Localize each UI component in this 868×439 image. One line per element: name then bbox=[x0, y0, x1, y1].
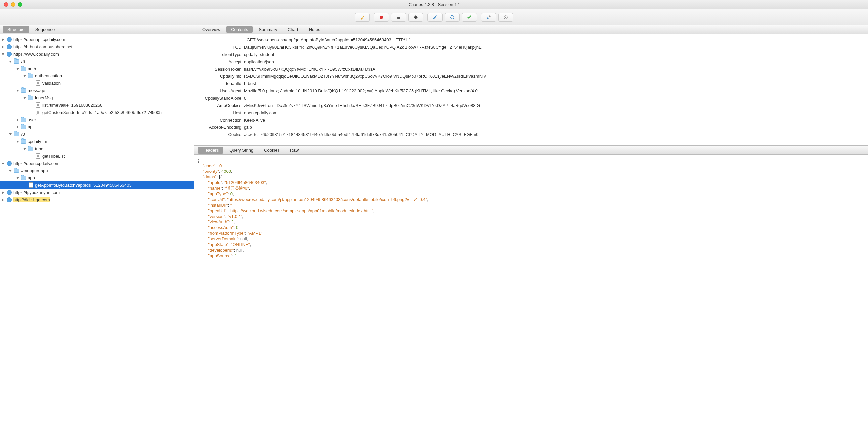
globe-icon bbox=[6, 44, 12, 50]
svg-marker-4 bbox=[414, 15, 418, 19]
folder-icon bbox=[21, 138, 27, 144]
header-row: clientTypecpdaily_student bbox=[198, 51, 864, 58]
left-tab-bar: Structure Sequence bbox=[0, 25, 193, 34]
subtab-headers[interactable]: Headers bbox=[198, 147, 223, 154]
subtab-cookies[interactable]: Cookies bbox=[259, 147, 284, 154]
chevron-down-icon bbox=[23, 74, 27, 78]
header-key: SessionToken bbox=[198, 65, 244, 73]
edit-button[interactable] bbox=[427, 13, 443, 22]
tree-folder[interactable]: tribe bbox=[0, 145, 193, 152]
header-value: flas/LvYvXb9I5xG+xQQqcYfvMc+ErhOxYRRD95W… bbox=[244, 65, 864, 73]
toolbar bbox=[0, 9, 868, 25]
header-key: User-Agent bbox=[198, 87, 244, 95]
session-tree[interactable]: https://openapi.cpdaily.com https://hrbu… bbox=[0, 34, 193, 439]
breakpoints-button[interactable] bbox=[408, 13, 424, 22]
header-row: AmpCookieszMiixKJw+ITonTfDcc3uZvkY4TSWmi… bbox=[198, 102, 864, 109]
header-key: CpdailyStandAlone bbox=[198, 95, 244, 102]
tree-folder[interactable]: user bbox=[0, 116, 193, 123]
broom-button[interactable] bbox=[354, 13, 370, 22]
titlebar: Charles 4.2.8 - Session 1 * bbox=[0, 0, 868, 9]
tree-host[interactable]: https://open.cpdaily.com bbox=[0, 159, 193, 167]
throttle-button[interactable] bbox=[391, 13, 406, 22]
header-key: TGC bbox=[198, 44, 244, 51]
chevron-right-icon bbox=[1, 45, 5, 49]
file-icon: {} bbox=[35, 80, 41, 86]
header-value: open.cpdaily.com bbox=[244, 109, 864, 117]
tab-notes[interactable]: Notes bbox=[304, 26, 325, 33]
tab-overview[interactable]: Overview bbox=[198, 26, 225, 33]
tree-file-selected[interactable]: {}getAppInfoByIdBatch?appIds=51204945864… bbox=[0, 181, 193, 189]
svg-point-0 bbox=[380, 16, 383, 19]
tree-folder[interactable]: innerMsg bbox=[0, 94, 193, 101]
tree-folder[interactable]: api bbox=[0, 123, 193, 130]
chevron-down-icon bbox=[9, 169, 12, 173]
subtab-query-string[interactable]: Query String bbox=[225, 147, 258, 154]
folder-icon bbox=[21, 65, 27, 71]
tab-contents[interactable]: Contents bbox=[226, 26, 253, 33]
header-row: CpdailyInfoRADCSRminiMgqqlqqEeUlIGO1ivak… bbox=[198, 73, 864, 80]
header-key: tenantId bbox=[198, 80, 244, 87]
header-row: Accept-Encodinggzip bbox=[198, 124, 864, 131]
chevron-down-icon bbox=[16, 88, 20, 92]
folder-icon bbox=[28, 73, 34, 79]
tab-summary[interactable]: Summary bbox=[254, 26, 282, 33]
globe-icon bbox=[6, 36, 12, 42]
file-icon: {} bbox=[28, 182, 34, 188]
tab-sequence[interactable]: Sequence bbox=[31, 26, 60, 33]
request-line: GET /wec-open-app/app/getAppInfoByIdBatc… bbox=[198, 36, 864, 44]
settings-button[interactable] bbox=[498, 13, 514, 22]
svg-point-3 bbox=[399, 17, 400, 18]
file-icon: {} bbox=[35, 153, 41, 159]
tree-host[interactable]: https://tj.youzanyun.com bbox=[0, 189, 193, 196]
tree-host[interactable]: https://hrbust.campusphere.net bbox=[0, 43, 193, 50]
tree-host[interactable]: http://dldir1.qq.com bbox=[0, 196, 193, 203]
tab-structure[interactable]: Structure bbox=[3, 26, 29, 33]
header-value: 0 bbox=[244, 95, 864, 102]
sub-tab-bar: Headers Query String Cookies Raw bbox=[194, 145, 868, 155]
header-row: TGCDaujiGm4iviuy90EmHC3RsFfR+2nwQ9khwNfF… bbox=[198, 44, 864, 51]
response-json-pane[interactable]: { "code": "0", "priority": 4000, "datas"… bbox=[194, 155, 868, 439]
tree-file[interactable]: {}list?timeValue=1591683020268 bbox=[0, 101, 193, 109]
tree-folder[interactable]: message bbox=[0, 87, 193, 94]
folder-icon bbox=[28, 146, 34, 152]
left-panel: Structure Sequence https://openapi.cpdai… bbox=[0, 25, 194, 439]
tab-chart[interactable]: Chart bbox=[283, 26, 303, 33]
tree-folder[interactable]: cpdaily-im bbox=[0, 138, 193, 145]
header-key: clientType bbox=[198, 51, 244, 58]
tree-file[interactable]: {}validation bbox=[0, 80, 193, 87]
tree-folder[interactable]: wec-open-app bbox=[0, 167, 193, 174]
subtab-raw[interactable]: Raw bbox=[285, 147, 303, 154]
header-key: Cookie bbox=[198, 131, 244, 138]
header-key: Accept-Encoding bbox=[198, 124, 244, 131]
tree-folder[interactable]: v6 bbox=[0, 58, 193, 65]
tree-host[interactable]: https://openapi.cpdaily.com bbox=[0, 36, 193, 43]
header-value: hrbust bbox=[244, 80, 864, 87]
folder-icon bbox=[21, 124, 27, 130]
tools-button[interactable] bbox=[481, 13, 496, 22]
tree-file[interactable]: {}getCustomSenderInfo?ids=1a9c7ae2-53c8-… bbox=[0, 109, 193, 116]
tree-folder[interactable]: v3 bbox=[0, 130, 193, 138]
header-row: Cookieacw_tc=76b20ff815917184484531944e7… bbox=[198, 131, 864, 138]
tree-folder[interactable]: app bbox=[0, 174, 193, 181]
tree-folder[interactable]: auth bbox=[0, 65, 193, 72]
repeat-button[interactable] bbox=[444, 13, 460, 22]
header-value: Keep-Alive bbox=[244, 117, 864, 124]
header-key: Host bbox=[198, 109, 244, 117]
close-window-button[interactable] bbox=[4, 2, 8, 7]
tree-folder[interactable]: authentication bbox=[0, 72, 193, 80]
header-row: User-AgentMozilla/5.0 (Linux; Android 10… bbox=[198, 87, 864, 95]
validate-button[interactable] bbox=[462, 13, 477, 22]
tree-file[interactable]: {}getTribeList bbox=[0, 152, 193, 159]
tree-host[interactable]: https://www.cpdaily.com bbox=[0, 50, 193, 58]
globe-icon bbox=[6, 197, 12, 203]
globe-icon bbox=[6, 51, 12, 57]
globe-icon bbox=[6, 189, 12, 195]
minimize-window-button[interactable] bbox=[11, 2, 15, 7]
chevron-down-icon bbox=[23, 147, 27, 151]
maximize-window-button[interactable] bbox=[18, 2, 22, 7]
chevron-right-icon bbox=[1, 191, 5, 194]
chevron-down-icon bbox=[23, 96, 27, 100]
record-button[interactable] bbox=[374, 13, 389, 22]
chevron-down-icon bbox=[9, 59, 12, 63]
chevron-right-icon bbox=[1, 37, 5, 41]
